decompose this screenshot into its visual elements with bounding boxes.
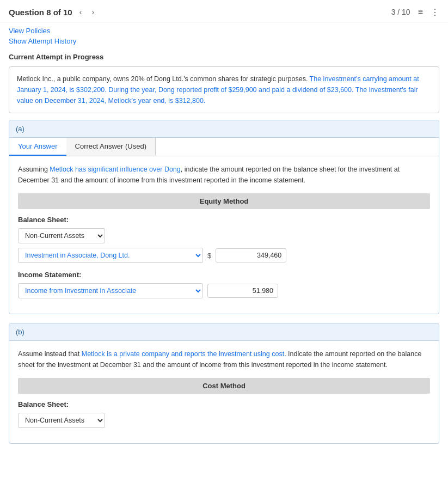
tab-correct-answer[interactable]: Correct Answer (Used) [66, 138, 156, 156]
current-attempt-label: Current Attempt in Progress [0, 50, 448, 66]
progress-indicator: 3 / 10 [391, 8, 410, 16]
section-a-box: (a) Your Answer Correct Answer (Used) As… [9, 120, 439, 314]
income-statement-label: Income Statement: [18, 271, 430, 279]
section-a-question-text: Assuming Metlock has significant influen… [18, 164, 430, 186]
section-b-asset-type-row: Non-Current Assets Current Assets [18, 413, 430, 428]
investment-dropdown[interactable]: Investment in Associate, Dong Ltd. [18, 248, 203, 263]
tab-your-answer[interactable]: Your Answer [9, 138, 66, 156]
section-b-header: (b) [9, 323, 439, 341]
cost-method-header: Cost Method [18, 378, 430, 394]
income-value-input[interactable] [207, 284, 278, 298]
equity-method-header: Equity Method [18, 193, 430, 209]
prev-question-button[interactable]: ‹ [77, 7, 85, 17]
top-links: View Policies Show Attempt History [0, 22, 448, 50]
page-header: Question 8 of 10 ‹ › 3 / 10 ≡ ⋮ [0, 0, 448, 22]
section-b-content: Assume instead that Metlock is a private… [9, 341, 439, 443]
header-left: Question 8 of 10 ‹ › [9, 7, 97, 17]
section-b-question-text: Assume instead that Metlock is a private… [18, 349, 430, 370]
question-text-box: Metlock Inc., a public company, owns 20%… [9, 66, 439, 113]
next-question-button[interactable]: › [89, 7, 97, 17]
income-row: Income from Investment in Associate [18, 283, 430, 298]
list-icon-button[interactable]: ≡ [418, 7, 423, 17]
asset-type-dropdown[interactable]: Non-Current Assets Current Assets [18, 228, 105, 243]
income-dropdown[interactable]: Income from Investment in Associate [18, 283, 203, 298]
section-b-balance-sheet-label: Balance Sheet: [18, 400, 430, 408]
more-options-button[interactable]: ⋮ [431, 7, 439, 17]
balance-sheet-label: Balance Sheet: [18, 216, 430, 224]
investment-value-input[interactable] [216, 248, 286, 262]
tabs-bar: Your Answer Correct Answer (Used) [9, 138, 439, 156]
question-text: Metlock Inc., a public company, owns 20%… [17, 75, 419, 105]
asset-type-row: Non-Current Assets Current Assets [18, 228, 430, 243]
view-policies-link[interactable]: View Policies [9, 27, 439, 35]
income-statement-group: Income Statement: Income from Investment… [18, 271, 430, 298]
investment-row: Investment in Associate, Dong Ltd. $ [18, 248, 430, 263]
section-b-asset-type-dropdown[interactable]: Non-Current Assets Current Assets [18, 413, 105, 428]
section-a-content: Assuming Metlock has significant influen… [9, 156, 439, 314]
section-b-balance-sheet-group: Balance Sheet: Non-Current Assets Curren… [18, 400, 430, 428]
section-b-box: (b) Assume instead that Metlock is a pri… [9, 323, 439, 444]
question-label: Question 8 of 10 [9, 8, 72, 17]
section-a-header: (a) [9, 120, 439, 138]
show-attempt-history-link[interactable]: Show Attempt History [9, 37, 439, 45]
balance-sheet-group: Balance Sheet: Non-Current Assets Curren… [18, 216, 430, 263]
header-right: 3 / 10 ≡ ⋮ [391, 7, 439, 17]
dollar-sign: $ [207, 252, 211, 260]
